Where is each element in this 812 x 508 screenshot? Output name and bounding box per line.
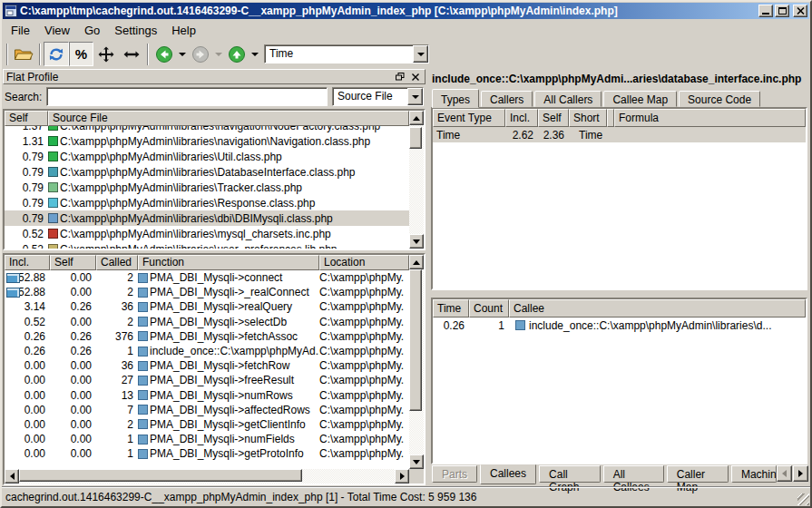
scroll-left-button[interactable] bbox=[5, 469, 19, 484]
scroll-up-button[interactable] bbox=[409, 255, 424, 269]
function-row[interactable]: 0.000.0013PMA_DBI_Mysqli->numRowsC:\xamp… bbox=[5, 388, 409, 403]
scrollbar-thumb[interactable] bbox=[409, 127, 422, 149]
scroll-down-button[interactable] bbox=[409, 454, 424, 469]
source-file-row[interactable]: 0.79C:\xampp\phpMyAdmin\libraries\Tracke… bbox=[5, 180, 409, 195]
column-header-self[interactable]: Self bbox=[50, 255, 96, 270]
column-header-count[interactable]: Count bbox=[469, 299, 509, 318]
forward-dropdown[interactable] bbox=[213, 42, 224, 66]
source-file-row[interactable]: 0.52C:\xampp\phpMyAdmin\libraries\mysql_… bbox=[5, 226, 409, 241]
column-header-function[interactable]: Function bbox=[138, 255, 319, 270]
function-row[interactable]: 52.880.002PMA_DBI_Mysqli->_realConnectC:… bbox=[5, 285, 409, 299]
source-file-row[interactable]: 0.79C:\xampp\phpMyAdmin\libraries\Databa… bbox=[5, 164, 409, 180]
maximize-button[interactable] bbox=[775, 5, 789, 17]
function-row[interactable]: 0.520.002PMA_DBI_Mysqli->selectDbC:\xamp… bbox=[5, 315, 409, 329]
function-row[interactable]: 0.000.001PMA_DBI_Mysqli->getProtoInfoC:\… bbox=[5, 446, 409, 461]
function-row[interactable]: 52.880.002PMA_DBI_Mysqli->connectC:\xamp… bbox=[5, 270, 409, 285]
function-row[interactable]: 0.000.0027PMA_DBI_Mysqli->freeResultC:\x… bbox=[5, 373, 409, 387]
dock-close-button[interactable] bbox=[408, 71, 422, 83]
group-by-combo[interactable]: Source File bbox=[332, 87, 424, 106]
menu-go[interactable]: Go bbox=[77, 21, 107, 40]
function-row[interactable]: 3.140.2636PMA_DBI_Mysqli->realQueryC:\xa… bbox=[5, 299, 409, 314]
menu-settings[interactable]: Settings bbox=[107, 21, 164, 40]
column-header-incl[interactable]: Incl. bbox=[5, 255, 50, 270]
forward-button[interactable] bbox=[188, 42, 213, 66]
column-header-short[interactable]: Short bbox=[569, 109, 607, 127]
tab-scroll-left-button[interactable] bbox=[777, 465, 792, 482]
open-file-button[interactable] bbox=[11, 42, 36, 66]
tab-all-callees[interactable]: All Callees bbox=[603, 465, 664, 483]
source-file-row[interactable]: 1.31C:\xampp\phpMyAdmin\libraries\naviga… bbox=[5, 133, 409, 149]
close-button[interactable] bbox=[793, 5, 807, 17]
scroll-up-button[interactable] bbox=[409, 111, 424, 125]
column-header-formula[interactable]: Formula bbox=[614, 109, 806, 127]
column-header-incl[interactable]: Incl. bbox=[505, 109, 538, 127]
function-row[interactable]: 0.000.0036PMA_DBI_Mysqli->fetchRowC:\xam… bbox=[5, 358, 409, 373]
tab-callees[interactable]: Callees bbox=[480, 464, 536, 484]
menu-view[interactable]: View bbox=[37, 21, 77, 40]
relative-to-parent-button[interactable] bbox=[93, 42, 119, 66]
column-header-called[interactable]: Called bbox=[96, 255, 138, 270]
scrollbar-thumb[interactable] bbox=[409, 269, 422, 411]
function-vertical-scrollbar[interactable] bbox=[409, 255, 424, 469]
title-bar[interactable]: C:\xampp\tmp\cachegrind.out.1416463299-C… bbox=[3, 3, 809, 19]
source-file-row[interactable]: 0.52C:\xampp\phpMyAdmin\libraries\user_p… bbox=[5, 241, 409, 249]
menu-help[interactable]: Help bbox=[164, 21, 203, 40]
resize-grip[interactable] bbox=[797, 493, 809, 505]
event-type-row[interactable]: Time 2.62 2.36 Time bbox=[433, 127, 806, 142]
tab-call-graph[interactable]: Call Graph bbox=[539, 465, 601, 483]
callee-row[interactable]: 0.26 1 include_once::C:\xampp\phpMyAdmin… bbox=[433, 318, 806, 333]
tab-all-callers[interactable]: All Callers bbox=[534, 91, 602, 107]
scrollbar-track[interactable] bbox=[19, 469, 395, 484]
tab-caller-map[interactable]: Caller Map bbox=[667, 465, 729, 483]
scrollbar-track[interactable] bbox=[409, 269, 424, 454]
tab-source-code[interactable]: Source Code bbox=[679, 91, 760, 107]
column-header-time[interactable]: Time bbox=[433, 299, 469, 318]
scroll-down-button[interactable] bbox=[409, 234, 424, 249]
event-type-combo[interactable]: Time bbox=[264, 44, 429, 64]
column-header-location[interactable]: Location bbox=[319, 255, 409, 270]
scroll-right-button[interactable] bbox=[395, 469, 409, 484]
minimize-button[interactable] bbox=[758, 5, 773, 17]
source-file-row[interactable]: 0.79C:\xampp\phpMyAdmin\libraries\Util.c… bbox=[5, 149, 409, 164]
back-button[interactable] bbox=[152, 42, 177, 66]
source-file-row[interactable]: 0.79C:\xampp\phpMyAdmin\libraries\Respon… bbox=[5, 195, 409, 210]
up-dropdown[interactable] bbox=[249, 42, 260, 66]
back-dropdown[interactable] bbox=[177, 42, 188, 66]
dock-float-button[interactable] bbox=[393, 71, 406, 83]
up-button[interactable] bbox=[224, 42, 249, 66]
column-header-self[interactable]: Self bbox=[5, 111, 48, 126]
column-header-event-type[interactable]: Event Type bbox=[433, 109, 505, 127]
menu-file[interactable]: File bbox=[4, 21, 37, 40]
function-row[interactable]: 0.260.261include_once::C:\xampp\phpMyAd.… bbox=[5, 344, 409, 358]
cycle-groups-button[interactable] bbox=[44, 42, 69, 66]
column-header-callee[interactable]: Callee bbox=[509, 299, 806, 318]
combo-dropdown-button[interactable] bbox=[413, 45, 428, 63]
source-vertical-scrollbar[interactable] bbox=[409, 111, 424, 249]
tab-types[interactable]: Types bbox=[432, 89, 479, 108]
tab-scroll-right-button[interactable] bbox=[793, 465, 808, 482]
tab-callee-map[interactable]: Callee Map bbox=[603, 91, 677, 107]
column-header-source-file[interactable]: Source File bbox=[48, 111, 409, 126]
detail-splitter[interactable] bbox=[430, 290, 808, 298]
dock-title-bar[interactable]: Flat Profile bbox=[3, 69, 426, 84]
function-cell: include_once::C:\xampp\phpMyAd... bbox=[138, 345, 319, 357]
shorten-templates-button[interactable] bbox=[119, 42, 144, 66]
tab-parts[interactable]: Parts bbox=[432, 465, 477, 483]
source-file-row[interactable]: 1.37C:\xampp\phpMyAdmin\libraries\naviga… bbox=[5, 126, 409, 133]
column-header-spacer[interactable] bbox=[607, 109, 614, 127]
function-row[interactable]: 0.000.007PMA_DBI_Mysqli->affectedRowsC:\… bbox=[5, 403, 409, 417]
function-row[interactable]: 0.260.26376PMA_DBI_Mysqli->fetchAssocC:\… bbox=[5, 329, 409, 344]
tab-machine-code[interactable]: Machine bbox=[731, 465, 777, 483]
relative-percent-button[interactable]: % bbox=[69, 42, 93, 66]
function-row[interactable]: 0.000.002PMA_DBI_Mysqli->getClientInfoC:… bbox=[5, 417, 409, 432]
incl-value: 0.00 bbox=[5, 404, 50, 416]
function-row[interactable]: 0.000.001PMA_DBI_Mysqli->numFieldsC:\xam… bbox=[5, 432, 409, 446]
tab-callers[interactable]: Callers bbox=[481, 91, 533, 107]
search-input[interactable] bbox=[46, 87, 328, 106]
function-horizontal-scrollbar[interactable] bbox=[5, 469, 409, 484]
scrollbar-thumb[interactable] bbox=[19, 469, 302, 482]
source-file-row[interactable]: 0.79C:\xampp\phpMyAdmin\libraries\dbi\DB… bbox=[5, 210, 409, 226]
column-header-self[interactable]: Self bbox=[538, 109, 569, 127]
scrollbar-track[interactable] bbox=[409, 125, 424, 234]
combo-dropdown-button[interactable] bbox=[407, 88, 423, 105]
